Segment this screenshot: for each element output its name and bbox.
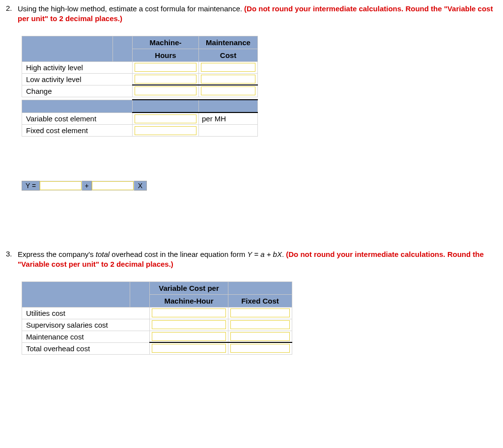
input-cell [228, 342, 292, 354]
fixedcost-input[interactable] [135, 126, 196, 135]
supervisory-var-input[interactable] [152, 320, 226, 329]
q2-highlow-table: Machine- Maintenance Hours Cost High act… [22, 36, 258, 137]
col-machine-hours-b: Hours [133, 49, 199, 61]
input-cell [150, 342, 228, 354]
question-text: Using the high-low method, estimate a co… [18, 4, 497, 24]
row-utilities: Utilities cost [22, 307, 150, 319]
total-var-input[interactable] [152, 344, 226, 353]
high-cost-input[interactable] [201, 63, 255, 72]
per-mh-label: per MH [199, 112, 258, 125]
row-maintenance: Maintenance cost [22, 331, 150, 342]
supervisory-fixed-input[interactable] [230, 320, 290, 329]
input-cell [133, 125, 199, 137]
blank-header [228, 281, 292, 294]
row-low-activity: Low activity level [22, 73, 133, 85]
col-machine-hours: Machine- [133, 36, 199, 49]
question-3: 3. Express the company's total overhead … [6, 250, 497, 270]
maintenance-fixed-input[interactable] [230, 332, 290, 341]
row-variable-cost: Variable cost element [22, 112, 133, 125]
row-fixed-cost: Fixed cost element [22, 125, 133, 137]
question-number: 2. [6, 4, 18, 12]
table-row: Change [22, 85, 258, 97]
blank-header [199, 100, 258, 112]
blank-header [113, 36, 133, 61]
input-cell [199, 61, 258, 73]
table-row: Variable cost element per MH [22, 112, 258, 125]
col-varcost-per: Variable Cost per [150, 281, 228, 294]
change-cost-input[interactable] [201, 86, 255, 95]
input-cell [228, 307, 292, 319]
input-cell [133, 85, 199, 97]
high-mh-input[interactable] [135, 63, 196, 72]
change-mh-input[interactable] [135, 86, 196, 95]
eq-plus-label: + [82, 181, 92, 191]
input-cell [150, 307, 228, 319]
blank-header [130, 281, 150, 307]
row-total-overhead: Total overhead cost [22, 342, 150, 354]
eq-x-label: X [134, 181, 147, 191]
maintenance-var-input[interactable] [152, 332, 226, 341]
eq-b-input[interactable] [92, 181, 134, 190]
row-supervisory: Supervisory salaries cost [22, 319, 150, 331]
row-high-activity: High activity level [22, 61, 133, 73]
table-row: Utilities cost [22, 307, 292, 319]
table-row: High activity level [22, 61, 258, 73]
table-row: Total overhead cost [22, 342, 292, 354]
q2-equation: Y = + X [22, 181, 147, 191]
q3-text-formula: Y = a + bX [247, 250, 282, 258]
col-maintenance-cost-b: Cost [199, 49, 258, 61]
q3-text-pre: Express the company's [18, 250, 96, 258]
question-number: 3. [6, 250, 18, 258]
table-row: Supervisory salaries cost [22, 319, 292, 331]
input-cell [133, 61, 199, 73]
input-cell [150, 331, 228, 342]
table-row: Fixed cost element [22, 125, 258, 137]
input-cell [199, 85, 258, 97]
question-text: Express the company's total overhead cos… [18, 250, 497, 270]
row-change: Change [22, 85, 133, 97]
question-2: 2. Using the high-low method, estimate a… [6, 4, 497, 24]
input-cell [133, 73, 199, 85]
total-fixed-input[interactable] [230, 344, 290, 353]
q2-text: Using the high-low method, estimate a co… [18, 4, 244, 13]
table-row: Low activity level [22, 73, 258, 85]
blank-header [133, 100, 199, 112]
input-cell [228, 319, 292, 331]
col-fixed-cost: Fixed Cost [228, 294, 292, 307]
q3-text-mid: overhead cost in the linear equation for… [110, 250, 247, 258]
blank-header [22, 281, 130, 307]
utilities-var-input[interactable] [152, 308, 226, 317]
table-row: Maintenance cost [22, 331, 292, 342]
eq-a-input[interactable] [40, 181, 82, 190]
input-cell [228, 331, 292, 342]
eq-y-label: Y = [22, 181, 40, 191]
q3-overhead-table: Variable Cost per Machine-Hour Fixed Cos… [22, 281, 292, 355]
utilities-fixed-input[interactable] [230, 308, 290, 317]
input-cell [40, 181, 82, 191]
input-cell [199, 73, 258, 85]
input-cell [133, 112, 199, 125]
blank-header [22, 100, 133, 112]
blank-header [22, 36, 113, 61]
input-cell [92, 181, 134, 191]
blank-cell [199, 125, 258, 137]
col-machine-hour: Machine-Hour [150, 294, 228, 307]
col-maintenance-cost: Maintenance [199, 36, 258, 49]
low-mh-input[interactable] [135, 75, 196, 84]
input-cell [150, 319, 228, 331]
q3-text-italic: total [96, 250, 110, 258]
varcost-input[interactable] [135, 114, 196, 123]
low-cost-input[interactable] [201, 75, 255, 84]
